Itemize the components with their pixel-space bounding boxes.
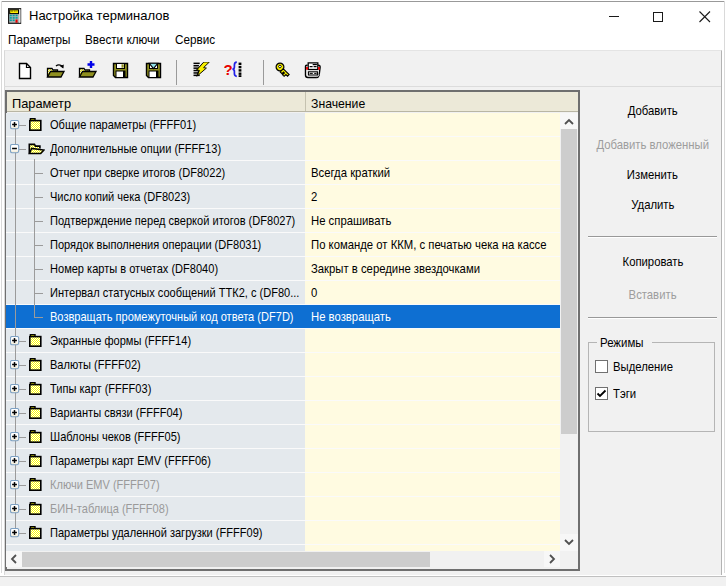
svg-text:?: ? <box>224 61 233 78</box>
